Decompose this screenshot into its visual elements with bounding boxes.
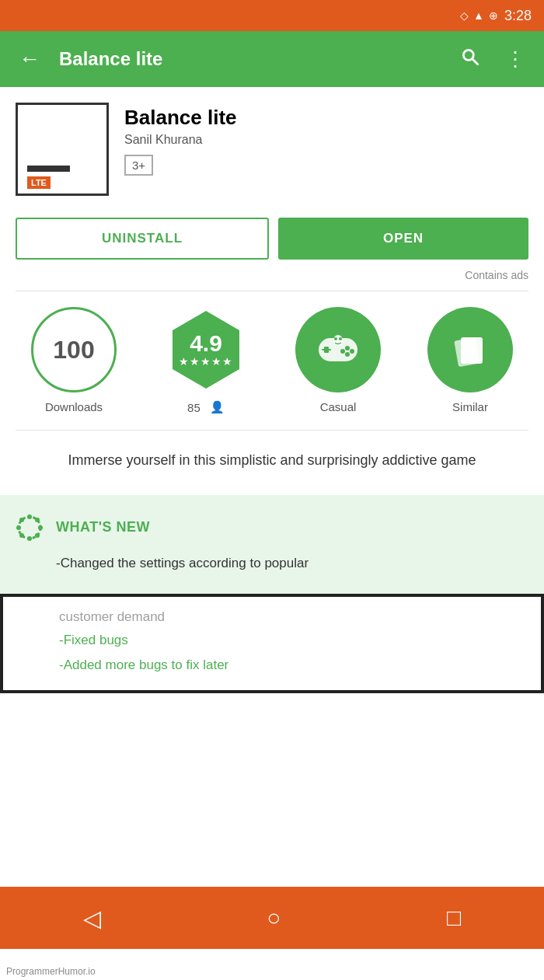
svg-rect-13 bbox=[461, 337, 483, 364]
cutoff-section: customer demand -Fixed bugs -Added more … bbox=[0, 594, 544, 694]
rating-badge: 4.9 ★★★★★ bbox=[163, 307, 249, 392]
svg-point-16 bbox=[27, 536, 32, 541]
whats-new-section: WHAT'S NEW -Changed the settings accordi… bbox=[0, 495, 544, 594]
similar-stat[interactable]: Similar bbox=[412, 307, 528, 414]
battery-icon: ⊕ bbox=[489, 9, 498, 22]
app-info: Balance lite Sanil Khurana 3+ bbox=[124, 103, 528, 176]
watermark: ProgrammerHumor.io bbox=[6, 966, 96, 977]
app-icon-badge: LTE bbox=[27, 176, 51, 189]
app-header: LTE Balance lite Sanil Khurana 3+ bbox=[0, 87, 544, 208]
top-bar: ← Balance lite ⋮ bbox=[0, 31, 544, 87]
category-label: Casual bbox=[320, 400, 357, 413]
svg-point-6 bbox=[350, 349, 354, 354]
back-button[interactable]: ← bbox=[12, 40, 47, 78]
status-time: 3:28 bbox=[504, 8, 532, 24]
svg-point-15 bbox=[27, 514, 32, 519]
cutoff-line2: customer demand bbox=[59, 609, 525, 625]
stats-row: 100 Downloads 4.9 ★★★★★ 85 👤 bbox=[0, 291, 544, 430]
whats-new-line1: -Changed the settings according to popul… bbox=[16, 553, 528, 575]
status-bar: ◇ ▲ ⊕ 3:28 bbox=[0, 0, 544, 31]
controller-icon bbox=[315, 326, 361, 373]
whats-new-title: WHAT'S NEW bbox=[56, 519, 150, 535]
svg-point-20 bbox=[35, 518, 40, 522]
contains-ads-text: Contains ads bbox=[0, 269, 544, 291]
svg-point-19 bbox=[19, 518, 24, 522]
rating-count: 85 bbox=[187, 401, 201, 414]
downloads-stat: 100 Downloads bbox=[16, 307, 132, 414]
cutoff-line3: -Fixed bugs -Added more bugs to fix late… bbox=[59, 628, 525, 678]
svg-point-5 bbox=[345, 346, 350, 350]
rating-value: 4.9 bbox=[190, 332, 222, 355]
svg-line-1 bbox=[473, 58, 478, 64]
svg-rect-4 bbox=[322, 349, 331, 350]
svg-point-17 bbox=[16, 525, 21, 530]
svg-point-11 bbox=[339, 337, 342, 340]
rating-label: 85 👤 bbox=[187, 400, 225, 414]
category-circle bbox=[295, 307, 381, 392]
app-icon: LTE bbox=[16, 103, 109, 196]
page-title: Balance lite bbox=[59, 48, 441, 70]
category-stat[interactable]: Casual bbox=[280, 307, 396, 414]
svg-point-21 bbox=[19, 533, 24, 538]
svg-point-22 bbox=[35, 533, 40, 538]
app-description: Immerse yourself in this simplistic and … bbox=[0, 431, 544, 495]
open-button[interactable]: OPEN bbox=[278, 218, 528, 260]
bottom-nav: ◁ ○ □ bbox=[0, 887, 544, 949]
rating-stars: ★★★★★ bbox=[179, 355, 233, 368]
buttons-row: UNINSTALL OPEN bbox=[0, 208, 544, 269]
svg-point-18 bbox=[38, 525, 43, 530]
uninstall-button[interactable]: UNINSTALL bbox=[16, 218, 269, 260]
wifi-icon: ◇ bbox=[460, 9, 469, 22]
app-icon-line bbox=[27, 166, 70, 172]
svg-point-8 bbox=[345, 352, 350, 357]
cutoff-text: customer demand -Fixed bugs -Added more … bbox=[0, 594, 544, 694]
more-bugs-line: -Added more bugs to fix later bbox=[59, 653, 525, 678]
age-rating: 3+ bbox=[124, 155, 153, 176]
search-button[interactable] bbox=[454, 40, 486, 78]
back-nav-button[interactable]: ◁ bbox=[68, 898, 117, 938]
whats-new-header: WHAT'S NEW bbox=[16, 514, 528, 542]
rating-stat: 4.9 ★★★★★ 85 👤 bbox=[148, 307, 264, 414]
signal-icon: ▲ bbox=[473, 9, 484, 22]
menu-button[interactable]: ⋮ bbox=[499, 41, 532, 78]
downloads-label: Downloads bbox=[45, 400, 103, 413]
similar-label: Similar bbox=[452, 400, 488, 413]
cards-icon bbox=[447, 326, 493, 373]
person-icon: 👤 bbox=[210, 400, 225, 414]
bug-fix-line: -Fixed bugs bbox=[59, 628, 525, 653]
app-name: Balance lite bbox=[124, 106, 528, 130]
rating-hexagon: 4.9 ★★★★★ bbox=[167, 311, 245, 389]
svg-point-7 bbox=[340, 349, 345, 354]
similar-circle bbox=[427, 307, 513, 392]
home-nav-button[interactable]: ○ bbox=[251, 898, 296, 937]
downloads-count: 100 bbox=[53, 336, 94, 364]
app-developer: Sanil Khurana bbox=[124, 133, 528, 147]
downloads-circle: 100 bbox=[31, 307, 117, 392]
svg-point-10 bbox=[334, 337, 337, 340]
spinner-icon bbox=[16, 514, 44, 542]
recent-nav-button[interactable]: □ bbox=[431, 898, 476, 937]
status-icons: ◇ ▲ ⊕ bbox=[460, 9, 498, 22]
